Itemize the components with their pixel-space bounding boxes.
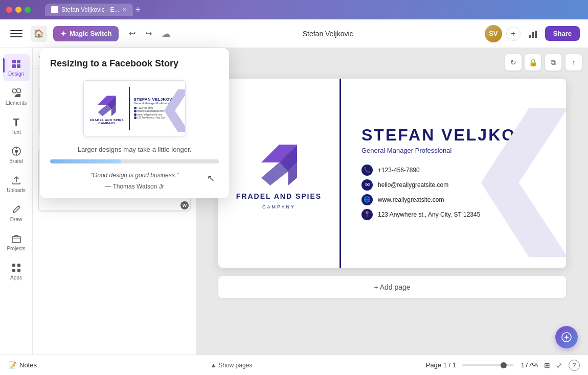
card-right-section: ❮ STEFAN VELJKOVIC General Manager Profe…	[341, 111, 566, 235]
svg-rect-16	[12, 264, 15, 267]
document-title: Stefan Veljkovic	[303, 30, 353, 38]
preview-flutter-logo	[95, 92, 119, 117]
canva-badge-2: W	[180, 201, 189, 209]
card-phone: +123-456-7890	[378, 167, 420, 174]
fullscreen-button[interactable]: ⤢	[556, 361, 562, 369]
show-pages-button[interactable]: ▲ Show pages	[210, 362, 252, 369]
phone-icon: 📞	[361, 165, 373, 176]
website-icon: 🌐	[361, 194, 373, 205]
resize-overlay: Resizing to a Facebook Story FRADEL AND …	[40, 48, 229, 198]
cloud-save-button[interactable]: ☁	[162, 28, 171, 39]
toolbar-right: SV + Share	[485, 25, 580, 42]
analytics-button[interactable]	[525, 26, 541, 42]
maximize-button[interactable]	[25, 7, 31, 13]
svg-point-29	[566, 336, 568, 338]
card-title: General Manager Professional	[361, 147, 551, 154]
toolbar-nav: ↩ ↪	[125, 27, 155, 41]
magic-switch-label: Magic Switch	[70, 30, 111, 37]
card-left-section: FRADEL AND SPIES CAMPANY	[218, 79, 341, 268]
text-icon: T	[11, 116, 22, 128]
sidebar-item-label: Projects	[7, 246, 25, 252]
zoom-control: 177%	[462, 361, 538, 369]
sidebar-item-label: Elements	[6, 100, 27, 106]
ai-assist-icon	[561, 332, 572, 343]
preview-chevron: ❮	[159, 88, 186, 129]
export-button[interactable]: ↑	[566, 54, 582, 71]
card-name: STEFAN VELJKOVIC	[361, 126, 551, 144]
progress-bar-fill	[50, 159, 121, 163]
card-company-name: FRADEL AND SPIES	[236, 192, 322, 200]
active-tab[interactable]: Stefan Veljkovic - E... ✕	[45, 4, 133, 16]
svg-rect-3	[12, 60, 16, 63]
card-contact-email-row: ✉ hello@reallygreatsite.com	[361, 179, 551, 191]
new-tab-button[interactable]: +	[135, 5, 141, 15]
lock-button[interactable]: 🔒	[525, 54, 541, 71]
sidebar-item-apps[interactable]: Apps	[3, 258, 30, 285]
magic-switch-button[interactable]: ✦ Magic Switch	[53, 26, 119, 41]
redo-button[interactable]: ↪	[141, 27, 155, 41]
add-collaborator-button[interactable]: +	[506, 27, 521, 41]
apps-icon	[11, 262, 22, 273]
traffic-lights	[6, 7, 31, 13]
progress-bar-container	[50, 159, 219, 163]
resize-card-preview: FRADEL AND SPIESCAMPANY STEFAN VELJKOVIC…	[83, 80, 186, 136]
svg-rect-19	[17, 269, 20, 272]
tab-title: Stefan Veljkovic - E...	[61, 6, 119, 13]
elements-icon	[11, 87, 22, 99]
hamburger-line	[10, 33, 22, 34]
refresh-button[interactable]: ↻	[505, 54, 522, 71]
preview-divider	[129, 87, 130, 130]
zoom-label: 177%	[517, 361, 538, 369]
minimize-button[interactable]	[15, 7, 21, 13]
hamburger-line	[10, 36, 22, 37]
ai-assist-button[interactable]	[555, 326, 578, 348]
svg-rect-1	[532, 32, 534, 38]
card-company-sub: CAMPANY	[262, 204, 296, 209]
help-button[interactable]: ?	[569, 360, 580, 371]
sidebar-item-label: Uploads	[7, 188, 26, 194]
sidebar-item-label: Draw	[10, 217, 22, 223]
zoom-track[interactable]	[462, 364, 513, 366]
canvas-toolbar: 🔒 ⧉ ↑	[525, 54, 582, 71]
grid-button[interactable]: ⊞	[544, 361, 550, 369]
business-card: FRADEL AND SPIES CAMPANY ❮ STEFAN VELJKO…	[218, 79, 566, 268]
tab-bar: Stefan Veljkovic - E... ✕ +	[45, 4, 141, 16]
home-button[interactable]: 🏠	[31, 26, 47, 42]
share-button[interactable]: Share	[545, 26, 580, 41]
sidebar-item-label: Text	[11, 129, 20, 135]
add-page-button[interactable]: + Add page	[218, 276, 566, 298]
tab-close-button[interactable]: ✕	[122, 7, 127, 13]
projects-icon	[11, 233, 22, 244]
flutter-logo	[254, 137, 305, 188]
sidebar-item-draw[interactable]: Draw	[3, 200, 30, 227]
avatar[interactable]: SV	[485, 25, 502, 42]
svg-rect-8	[17, 89, 20, 92]
cursor-arrow: ↖	[207, 173, 215, 184]
sidebar-item-text[interactable]: T Text	[3, 112, 30, 139]
show-pages-icon: ▲	[210, 362, 216, 369]
sidebar-item-elements[interactable]: Elements	[3, 83, 30, 110]
preview-company-name: FRADEL AND SPIESCAMPANY	[90, 119, 124, 125]
card-contact-address-row: 📍 123 Anywhere st., Any City, ST 12345	[361, 209, 551, 220]
toolbar-center: Stefan Veljkovic	[177, 30, 479, 38]
svg-point-12	[15, 150, 18, 153]
resize-title: Resizing to a Facebook Story	[40, 48, 229, 75]
brand-icon	[11, 146, 22, 157]
zoom-thumb[interactable]	[501, 362, 507, 368]
card-website: www.reallygreatsite.com	[378, 196, 444, 203]
notes-button[interactable]: 📝 Notes	[8, 361, 37, 369]
sidebar-item-label: Apps	[10, 275, 22, 281]
sidebar-item-uploads[interactable]: Uploads	[3, 171, 30, 198]
resize-quote: "Good design is good business."	[40, 168, 229, 183]
sidebar-item-design[interactable]: Design	[3, 54, 30, 81]
undo-button[interactable]: ↩	[125, 27, 139, 41]
sidebar-item-label: Brand	[9, 158, 23, 165]
svg-rect-17	[17, 264, 20, 267]
notes-label: Notes	[19, 361, 37, 369]
sidebar-item-projects[interactable]: Projects	[3, 229, 30, 256]
resize-preview: FRADEL AND SPIESCAMPANY STEFAN VELJKOVIC…	[40, 75, 229, 142]
copy-button[interactable]: ⧉	[545, 54, 561, 71]
sidebar-item-brand[interactable]: Brand	[3, 142, 30, 169]
hamburger-menu-button[interactable]	[8, 26, 25, 42]
close-button[interactable]	[6, 7, 12, 13]
